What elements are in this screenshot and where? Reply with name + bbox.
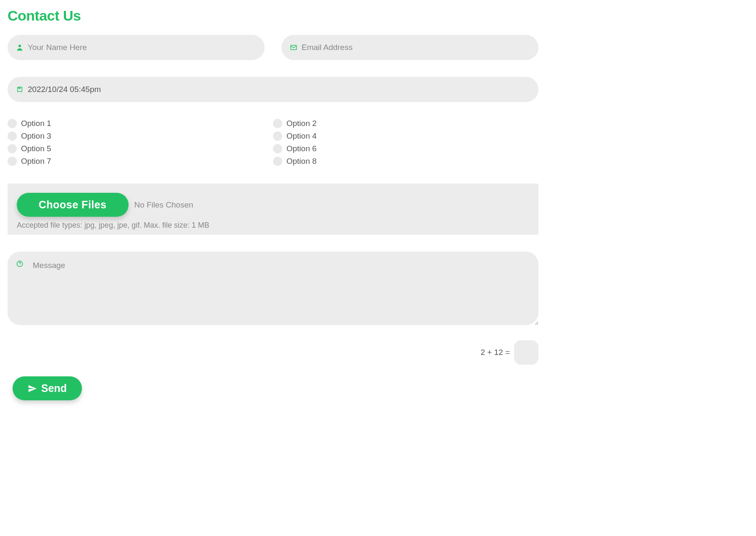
page-title: Contact Us	[8, 8, 538, 24]
option-label: Option 6	[286, 144, 317, 153]
user-icon	[16, 44, 24, 51]
option-5[interactable]: Option 5	[8, 144, 273, 153]
file-accepted-text: Accepted file types: jpg, jpeg, jpe, gif…	[17, 221, 529, 230]
name-field-wrap[interactable]	[8, 35, 265, 60]
checkbox-icon	[8, 144, 17, 153]
option-8[interactable]: Option 8	[273, 157, 538, 166]
svg-point-0	[18, 45, 21, 47]
option-label: Option 4	[286, 131, 317, 141]
send-button[interactable]: Send	[13, 376, 82, 400]
choose-files-button[interactable]: Choose Files	[17, 193, 129, 217]
datetime-input[interactable]	[28, 85, 530, 94]
checkbox-icon	[8, 157, 17, 166]
checkbox-icon	[273, 157, 282, 166]
options-grid: Option 1 Option 2 Option 3 Option 4 Opti…	[8, 119, 538, 166]
email-field-wrap[interactable]	[281, 35, 538, 60]
captcha-question: 2 + 12 =	[480, 348, 510, 357]
name-input[interactable]	[28, 43, 256, 52]
help-icon	[16, 260, 24, 268]
message-input[interactable]	[8, 252, 538, 325]
option-4[interactable]: Option 4	[273, 131, 538, 141]
file-status: No Files Chosen	[134, 200, 193, 210]
checkbox-icon	[273, 119, 282, 128]
captcha-input[interactable]	[514, 340, 538, 365]
captcha-row: 2 + 12 =	[8, 340, 538, 365]
checkbox-icon	[8, 119, 17, 128]
calendar-icon	[16, 86, 24, 93]
message-field-wrap[interactable]	[8, 252, 538, 327]
checkbox-icon	[273, 144, 282, 153]
file-upload-section: Choose Files No Files Chosen Accepted fi…	[8, 184, 538, 235]
option-label: Option 7	[21, 157, 51, 166]
mail-icon	[290, 44, 297, 51]
datetime-field-wrap[interactable]	[8, 77, 538, 102]
email-input[interactable]	[302, 43, 530, 52]
option-3[interactable]: Option 3	[8, 131, 273, 141]
option-6[interactable]: Option 6	[273, 144, 538, 153]
checkbox-icon	[273, 131, 282, 141]
option-7[interactable]: Option 7	[8, 157, 273, 166]
option-label: Option 2	[286, 119, 317, 128]
option-label: Option 5	[21, 144, 51, 153]
option-label: Option 1	[21, 119, 51, 128]
option-2[interactable]: Option 2	[273, 119, 538, 128]
svg-point-3	[19, 265, 20, 265]
checkbox-icon	[8, 131, 17, 141]
option-1[interactable]: Option 1	[8, 119, 273, 128]
send-label: Send	[41, 382, 67, 394]
option-label: Option 3	[21, 131, 51, 141]
send-icon	[28, 384, 37, 393]
option-label: Option 8	[286, 157, 317, 166]
